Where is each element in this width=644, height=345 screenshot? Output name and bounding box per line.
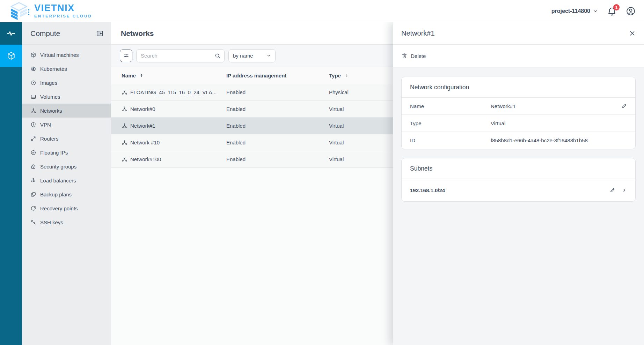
close-drawer-button[interactable] bbox=[629, 30, 636, 37]
shield-icon bbox=[30, 122, 36, 128]
project-name: project-114800 bbox=[551, 8, 590, 14]
sidebar-item-routers[interactable]: Routers bbox=[22, 132, 111, 145]
rail-item-monitoring[interactable] bbox=[0, 22, 22, 45]
drawer-title: Network#1 bbox=[401, 29, 435, 37]
pencil-icon bbox=[621, 103, 627, 109]
config-value: f858b8d1-e66b-4a48-bc2e-3f16483b1b58 bbox=[491, 137, 627, 143]
svg-text:IP: IP bbox=[32, 151, 35, 153]
copy-icon bbox=[30, 192, 36, 197]
open-subnet-button[interactable] bbox=[622, 188, 627, 193]
sidebar-item-recovery-points[interactable]: Recovery points bbox=[22, 201, 111, 215]
column-label: IP address management bbox=[226, 73, 286, 78]
sidebar-item-label: Networks bbox=[40, 108, 62, 114]
top-bar: VIETNIX ENTERPRISE CLOUD project-114800 … bbox=[0, 0, 644, 22]
helm-wheel-icon bbox=[30, 66, 36, 72]
card-title: Network configuration bbox=[402, 77, 635, 98]
column-header-ip-management[interactable]: IP address management bbox=[226, 73, 329, 78]
edit-name-button[interactable] bbox=[621, 103, 627, 109]
sidebar-item-images[interactable]: Images bbox=[22, 76, 111, 90]
user-avatar-icon bbox=[626, 6, 636, 16]
compute-sidebar: Compute Virtual machines Kubernetes Imag… bbox=[22, 22, 111, 345]
network-detail-drawer: Network#1 Delete Network configuration N… bbox=[393, 22, 644, 345]
ip-management-cell: Enabled bbox=[226, 89, 329, 95]
network-icon bbox=[122, 89, 127, 95]
sidebar-item-load-balancers[interactable]: Load balancers bbox=[22, 173, 111, 187]
network-icon bbox=[122, 106, 127, 112]
sidebar-item-backup-plans[interactable]: Backup plans bbox=[22, 187, 111, 201]
sort-asc-icon bbox=[139, 73, 144, 78]
pencil-icon bbox=[609, 187, 615, 193]
sidebar-item-ssh-keys[interactable]: SSH keys bbox=[22, 215, 111, 229]
search-input[interactable] bbox=[136, 49, 225, 62]
sidebar-item-label: Recovery points bbox=[40, 205, 78, 211]
sidebar-item-label: Security groups bbox=[40, 164, 76, 170]
sidebar-item-virtual-machines[interactable]: Virtual machines bbox=[22, 48, 111, 62]
diagonal-arrows-icon bbox=[30, 136, 36, 142]
edit-subnet-button[interactable] bbox=[609, 187, 615, 193]
sidebar-item-label: Kubernetes bbox=[40, 66, 67, 72]
sidebar-item-label: Load balancers bbox=[40, 178, 76, 183]
drive-icon bbox=[30, 94, 36, 100]
vietnix-logo-icon bbox=[9, 1, 31, 21]
config-label: Name bbox=[410, 103, 491, 109]
project-selector[interactable]: project-114800 bbox=[551, 8, 598, 14]
disc-icon bbox=[30, 80, 36, 86]
delete-network-button[interactable]: Delete bbox=[401, 53, 426, 59]
network-icon bbox=[122, 140, 127, 145]
network-icon bbox=[122, 123, 127, 129]
sidebar-item-label: Backup plans bbox=[40, 192, 72, 197]
ip-management-cell: Enabled bbox=[226, 140, 329, 145]
sliders-icon bbox=[123, 52, 130, 59]
balancer-icon bbox=[30, 178, 36, 183]
sidebar-item-kubernetes[interactable]: Kubernetes bbox=[22, 62, 111, 76]
sidebar-item-volumes[interactable]: Volumes bbox=[22, 90, 111, 104]
notifications-button[interactable]: 1 bbox=[607, 6, 617, 16]
config-value: Virtual bbox=[491, 120, 627, 126]
column-label: Name bbox=[122, 73, 136, 78]
network-name: Network#100 bbox=[130, 156, 166, 162]
search-icon bbox=[214, 52, 221, 59]
filter-button[interactable] bbox=[120, 50, 132, 62]
subnet-cidr: 192.168.1.0/24 bbox=[410, 187, 445, 193]
page-title: Networks bbox=[121, 29, 154, 38]
collapse-panel-icon bbox=[96, 30, 104, 37]
network-name: FLOATING_45_115_16_0_24_VLA... bbox=[130, 89, 221, 95]
sort-by-dropdown[interactable]: by name bbox=[228, 49, 276, 62]
cube-icon bbox=[30, 52, 36, 58]
ip-management-cell: Enabled bbox=[226, 123, 329, 129]
notification-badge: 1 bbox=[613, 4, 620, 10]
app-rail bbox=[0, 22, 22, 345]
subnets-card: Subnets 192.168.1.0/24 bbox=[401, 158, 636, 202]
sidebar-item-networks[interactable]: Networks bbox=[22, 104, 111, 118]
network-icon bbox=[30, 108, 36, 114]
subnet-row[interactable]: 192.168.1.0/24 bbox=[402, 179, 635, 201]
app-window: VIETNIX ENTERPRISE CLOUD project-114800 … bbox=[0, 0, 644, 345]
sort-desc-icon bbox=[344, 73, 349, 78]
sidebar-item-vpn[interactable]: VPN bbox=[22, 118, 111, 132]
card-title: Subnets bbox=[402, 158, 635, 179]
account-button[interactable] bbox=[626, 6, 636, 16]
chevron-right-icon bbox=[622, 188, 627, 193]
restore-icon bbox=[30, 205, 36, 211]
sidebar-item-label: Floating IPs bbox=[40, 150, 68, 156]
sidebar-item-security-groups[interactable]: Security groups bbox=[22, 159, 111, 173]
config-row-name: Name Network#1 bbox=[402, 98, 635, 115]
sidebar-item-label: SSH keys bbox=[40, 219, 63, 225]
collapse-sidebar-button[interactable] bbox=[96, 30, 104, 37]
rail-item-compute[interactable] bbox=[0, 45, 22, 67]
network-configuration-card: Network configuration Name Network#1 Typ… bbox=[401, 77, 636, 149]
brand-title: VIETNIX bbox=[34, 3, 92, 13]
config-row-id: ID f858b8d1-e66b-4a48-bc2e-3f16483b1b58 bbox=[402, 132, 635, 149]
config-value: Network#1 bbox=[491, 103, 621, 109]
sidebar-item-label: Images bbox=[40, 80, 57, 86]
column-label: Type bbox=[329, 73, 341, 78]
ip-circle-icon: IP bbox=[30, 150, 36, 156]
network-name: Network#0 bbox=[130, 106, 160, 112]
delete-label: Delete bbox=[411, 53, 426, 59]
chevron-down-icon bbox=[593, 9, 598, 14]
vietnix-logo: VIETNIX ENTERPRISE CLOUD bbox=[9, 1, 92, 21]
column-header-name[interactable]: Name bbox=[122, 73, 226, 78]
brand-subtitle: ENTERPRISE CLOUD bbox=[34, 14, 92, 18]
lock-icon bbox=[30, 164, 36, 170]
sidebar-item-floating-ips[interactable]: IP Floating IPs bbox=[22, 145, 111, 159]
